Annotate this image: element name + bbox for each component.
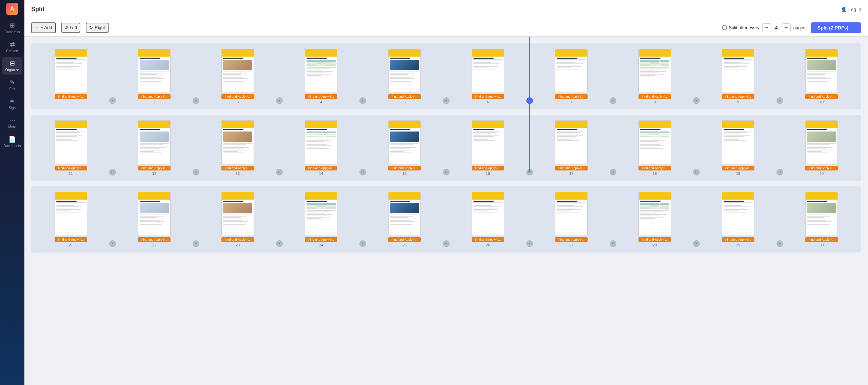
- page-label: Find-and-Apply-F...: [221, 94, 254, 99]
- page-label: Find-and-Apply-F...: [472, 94, 504, 99]
- split-handle[interactable]: ✂: [775, 97, 785, 104]
- split-handle[interactable]: ✂: [191, 169, 201, 176]
- split-handle[interactable]: ✂: [441, 97, 451, 104]
- page-label: Find-and-Apply-F...: [138, 166, 171, 170]
- split-handle[interactable]: ✂: [191, 240, 201, 247]
- page-thumb[interactable]: [472, 49, 504, 93]
- minus-icon: −: [765, 25, 768, 31]
- page-thumb[interactable]: [221, 192, 254, 236]
- page-item: Find-and-Apply-F...24: [284, 192, 358, 247]
- page-label: Find-and-Apply-F...: [305, 94, 337, 99]
- page-thumb[interactable]: [638, 49, 671, 93]
- page-thumb[interactable]: [221, 49, 254, 93]
- split-handle-circle: ✂: [193, 97, 199, 104]
- page-thumb[interactable]: [805, 49, 838, 93]
- split-handle[interactable]: ✂: [608, 169, 618, 176]
- add-icon: ＋: [35, 25, 39, 31]
- page-thumb[interactable]: [305, 120, 337, 164]
- split-after-every-checkbox[interactable]: [722, 25, 727, 30]
- split-handle[interactable]: ✂: [775, 169, 785, 176]
- login-button[interactable]: 👤 Log in: [841, 7, 861, 12]
- page-thumb[interactable]: [805, 120, 838, 164]
- sidebar-item-documents[interactable]: 📄 Documents: [2, 133, 22, 150]
- sidebar-item-organize[interactable]: ⊟ Organize: [2, 57, 22, 75]
- page-thumb[interactable]: [388, 49, 421, 93]
- page-thumb[interactable]: [305, 192, 337, 236]
- split-handle[interactable]: ✂: [692, 169, 701, 176]
- split-handle[interactable]: ✂: [275, 169, 284, 176]
- page-thumb[interactable]: [305, 49, 337, 93]
- page-thumb[interactable]: [722, 192, 754, 236]
- split-handle[interactable]: ✂: [358, 169, 368, 176]
- page-thumb[interactable]: [138, 192, 171, 236]
- split-handle[interactable]: ✂: [108, 97, 117, 104]
- split-handle-circle: ✂: [109, 169, 116, 176]
- add-button[interactable]: ＋ + Add: [31, 22, 56, 33]
- split-handle[interactable]: ✂: [358, 97, 368, 104]
- split-handle[interactable]: ✂: [108, 240, 117, 247]
- split-handle[interactable]: ✂: [692, 240, 701, 247]
- counter-minus-button[interactable]: −: [762, 23, 771, 32]
- sidebar-item-sign[interactable]: ✒ Sign: [2, 95, 22, 113]
- left-button[interactable]: ↺ Left: [61, 23, 81, 33]
- sidebar-item-compress[interactable]: ⊞ Compress: [2, 19, 22, 37]
- page-thumb[interactable]: [138, 120, 171, 164]
- page-thumb[interactable]: [555, 49, 588, 93]
- split-handle[interactable]: ✂: [775, 240, 785, 247]
- page-thumb[interactable]: [55, 120, 87, 164]
- sidebar-item-edit-label: Edit: [9, 87, 15, 91]
- split-handle-circle: ✂: [193, 240, 199, 247]
- split-divider-container: ↕: [525, 97, 534, 104]
- page-label: Find-and-Apply-F...: [805, 94, 838, 99]
- page-thumb[interactable]: [55, 49, 87, 93]
- page-item: Find-and-Apply-F...28: [618, 192, 692, 247]
- page-thumb[interactable]: [138, 49, 171, 93]
- split-handle[interactable]: ✂: [358, 240, 368, 247]
- page-thumb[interactable]: [55, 192, 87, 236]
- page-thumb[interactable]: [388, 192, 421, 236]
- page-thumb[interactable]: [221, 120, 254, 164]
- page-thumb[interactable]: [388, 120, 421, 164]
- page-thumb[interactable]: [638, 192, 671, 236]
- split-handle[interactable]: ✂: [275, 240, 284, 247]
- page-label: Find-and-Apply-F...: [472, 166, 504, 170]
- page-label: Find-and-Apply-F...: [138, 237, 171, 242]
- sidebar-item-edit[interactable]: ✎ Edit: [2, 76, 22, 94]
- left-label: Left: [70, 25, 77, 30]
- page-thumb[interactable]: [555, 120, 588, 164]
- split-handle[interactable]: ✂: [108, 169, 117, 176]
- page-item: Find-and-Apply-F...15: [368, 120, 441, 176]
- split-handle[interactable]: ✂: [608, 240, 618, 247]
- split-handle[interactable]: ✂: [525, 240, 534, 247]
- page-row: Find-and-Apply-F...1✂Find-and-Apply-F...…: [31, 43, 861, 109]
- page-number: 6: [487, 100, 489, 104]
- split-handle[interactable]: ✂: [191, 97, 201, 104]
- page-thumb[interactable]: [472, 120, 504, 164]
- page-thumb[interactable]: [722, 120, 754, 164]
- split-handle-circle: ✂: [693, 97, 700, 104]
- page-item: Find-and-Apply-F...26: [451, 192, 525, 247]
- right-button[interactable]: ↻ Right: [86, 23, 108, 33]
- page-label: Find-and-Apply-F...: [55, 237, 87, 242]
- counter-plus-button[interactable]: +: [782, 23, 791, 32]
- split-handle[interactable]: ✂: [275, 97, 284, 104]
- split-button[interactable]: Split (2 PDFs) →: [811, 22, 861, 33]
- page-item: Find-and-Apply-F...9: [701, 49, 775, 104]
- sidebar-item-convert[interactable]: ⇄ Convert: [2, 38, 22, 56]
- split-handle[interactable]: ✂: [441, 169, 451, 176]
- split-handle[interactable]: ✂: [692, 97, 701, 104]
- page-thumb[interactable]: [555, 192, 588, 236]
- rotate-left-icon: ↺: [64, 25, 68, 30]
- split-handle[interactable]: ✂: [441, 240, 451, 247]
- sidebar-item-more[interactable]: ⋯ More: [2, 114, 22, 131]
- page-number: 4: [320, 100, 322, 104]
- split-handle-circle: ✂: [443, 240, 450, 247]
- page-thumb[interactable]: [722, 49, 754, 93]
- split-handle[interactable]: ✂: [608, 97, 618, 104]
- page-thumb[interactable]: [638, 120, 671, 164]
- page-item: Find-and-Apply-F...4: [284, 49, 358, 104]
- split-handle-circle: ✂: [276, 97, 283, 104]
- add-label: + Add: [41, 25, 52, 30]
- page-thumb[interactable]: [805, 192, 838, 236]
- page-thumb[interactable]: [472, 192, 504, 236]
